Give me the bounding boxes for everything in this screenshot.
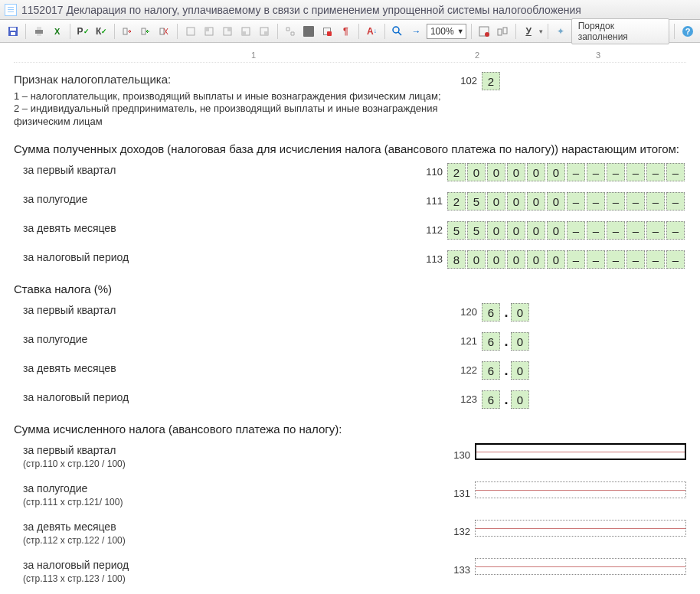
excel-export-button[interactable]: X bbox=[49, 23, 65, 40]
k-check-button[interactable]: К✓ bbox=[93, 23, 110, 40]
digit-cell[interactable]: – bbox=[607, 163, 625, 181]
print-button[interactable] bbox=[31, 23, 47, 40]
rate-cells[interactable]: 6.0 bbox=[482, 361, 686, 380]
digit-cell[interactable]: 0 bbox=[527, 250, 545, 269]
digit-cell[interactable]: – bbox=[646, 221, 665, 240]
digit-cell[interactable]: – bbox=[587, 250, 605, 269]
digit-cell[interactable]: – bbox=[666, 250, 685, 269]
digit-cell[interactable]: 0 bbox=[511, 303, 529, 321]
digit-cell[interactable]: – bbox=[607, 192, 625, 211]
digit-cell[interactable]: 0 bbox=[547, 250, 565, 269]
tool-btn-6[interactable] bbox=[219, 23, 235, 40]
digit-cell[interactable]: 0 bbox=[487, 221, 505, 240]
digit-cell[interactable]: – bbox=[646, 163, 665, 181]
fill-red-button[interactable] bbox=[319, 23, 335, 40]
window-title: 1152017 Декларация по налогу, уплачиваем… bbox=[21, 4, 581, 16]
digit-cell[interactable]: – bbox=[607, 250, 625, 269]
digit-cell[interactable]: – bbox=[607, 221, 625, 240]
digit-cell[interactable]: – bbox=[626, 250, 645, 269]
taxpayer-value-cell[interactable]: 2 bbox=[482, 72, 500, 90]
underline-button[interactable]: У bbox=[521, 23, 537, 40]
digit-cell[interactable]: – bbox=[567, 163, 585, 181]
digit-cell[interactable]: 0 bbox=[547, 192, 565, 211]
fill-dark-button[interactable] bbox=[301, 23, 317, 40]
rate-code: 122 bbox=[454, 361, 482, 376]
digit-cell[interactable]: 0 bbox=[527, 221, 545, 240]
digit-cell[interactable]: 0 bbox=[507, 250, 525, 269]
calc-input[interactable] bbox=[475, 443, 686, 460]
income-cells[interactable]: 550000–––––– bbox=[447, 221, 686, 240]
tool-btn-4[interactable] bbox=[182, 23, 198, 40]
rate-cells[interactable]: 6.0 bbox=[482, 303, 686, 321]
digit-cell[interactable]: – bbox=[567, 221, 585, 240]
digit-cell[interactable]: 6 bbox=[482, 303, 500, 321]
digit-cell[interactable]: 0 bbox=[511, 361, 529, 380]
p-check-button[interactable]: Р✓ bbox=[75, 23, 91, 40]
digit-cell[interactable]: – bbox=[626, 192, 645, 211]
tool-btn-8[interactable] bbox=[257, 23, 273, 40]
magic-button[interactable]: ✦ bbox=[553, 23, 569, 40]
digit-cell[interactable]: – bbox=[666, 163, 685, 181]
digit-cell[interactable]: – bbox=[666, 192, 685, 211]
income-cells[interactable]: 800000–––––– bbox=[447, 250, 686, 269]
digit-cell[interactable]: – bbox=[626, 163, 645, 181]
svg-rect-13 bbox=[227, 28, 231, 31]
find-next-button[interactable]: → bbox=[408, 23, 424, 40]
digit-cell[interactable]: – bbox=[567, 192, 585, 211]
rate-cells[interactable]: 6.0 bbox=[482, 332, 686, 351]
save-button[interactable] bbox=[5, 23, 21, 40]
digit-cell[interactable]: 6 bbox=[482, 361, 500, 380]
digit-cell[interactable]: 0 bbox=[507, 221, 525, 240]
digit-cell[interactable]: 0 bbox=[487, 163, 505, 181]
digit-cell[interactable]: 0 bbox=[507, 163, 525, 181]
help-button[interactable]: ? bbox=[679, 23, 695, 40]
zoom-select[interactable]: 100%▼ bbox=[427, 24, 466, 39]
tool-btn-7[interactable] bbox=[238, 23, 254, 40]
tool-btn-g2[interactable] bbox=[495, 23, 511, 40]
font-button[interactable]: A↓ bbox=[364, 23, 380, 40]
digit-cell[interactable]: – bbox=[587, 221, 605, 240]
digit-cell[interactable]: – bbox=[646, 250, 665, 269]
income-cells[interactable]: 200000–––––– bbox=[447, 163, 686, 181]
digit-cell[interactable]: – bbox=[626, 221, 645, 240]
digit-cell[interactable]: 0 bbox=[527, 163, 545, 181]
digit-cell[interactable]: 2 bbox=[447, 192, 466, 211]
digit-cell[interactable]: 0 bbox=[487, 250, 505, 269]
digit-cell[interactable]: 0 bbox=[507, 192, 525, 211]
tool-btn-2[interactable] bbox=[138, 23, 154, 40]
calc-input[interactable] bbox=[475, 558, 686, 575]
digit-cell[interactable]: – bbox=[587, 192, 605, 211]
digit-cell[interactable]: 6 bbox=[482, 390, 500, 409]
tool-btn-1[interactable] bbox=[119, 23, 136, 40]
digit-cell[interactable]: 2 bbox=[447, 163, 466, 181]
fill-order-button[interactable]: Порядок заполнения bbox=[571, 18, 669, 44]
digit-cell[interactable]: 0 bbox=[511, 332, 529, 351]
digit-cell[interactable]: 0 bbox=[467, 163, 486, 181]
tool-btn-9[interactable] bbox=[283, 23, 299, 40]
digit-cell[interactable]: – bbox=[666, 221, 685, 240]
find-button[interactable] bbox=[390, 23, 406, 40]
digit-cell[interactable]: 0 bbox=[547, 163, 565, 181]
svg-rect-6 bbox=[123, 28, 127, 34]
digit-cell[interactable]: – bbox=[567, 250, 585, 269]
calc-input[interactable] bbox=[475, 481, 686, 498]
digit-cell[interactable]: 0 bbox=[547, 221, 565, 240]
income-cells[interactable]: 250000–––––– bbox=[447, 192, 686, 211]
digit-cell[interactable]: – bbox=[587, 163, 605, 181]
tool-btn-5[interactable] bbox=[201, 23, 217, 40]
digit-cell[interactable]: 0 bbox=[487, 192, 505, 211]
digit-cell[interactable]: 0 bbox=[467, 250, 486, 269]
digit-cell[interactable]: 0 bbox=[527, 192, 545, 211]
digit-cell[interactable]: 0 bbox=[511, 390, 529, 409]
digit-cell[interactable]: – bbox=[646, 192, 665, 211]
calc-input[interactable] bbox=[475, 520, 686, 537]
paragraph-button[interactable]: ¶ bbox=[338, 23, 354, 40]
digit-cell[interactable]: 6 bbox=[482, 332, 500, 351]
digit-cell[interactable]: 8 bbox=[447, 250, 466, 269]
digit-cell[interactable]: 5 bbox=[447, 221, 466, 240]
rate-cells[interactable]: 6.0 bbox=[482, 390, 686, 409]
tool-btn-g1[interactable] bbox=[476, 23, 492, 40]
digit-cell[interactable]: 5 bbox=[467, 221, 486, 240]
tool-btn-3[interactable] bbox=[156, 23, 172, 40]
digit-cell[interactable]: 5 bbox=[467, 192, 486, 211]
